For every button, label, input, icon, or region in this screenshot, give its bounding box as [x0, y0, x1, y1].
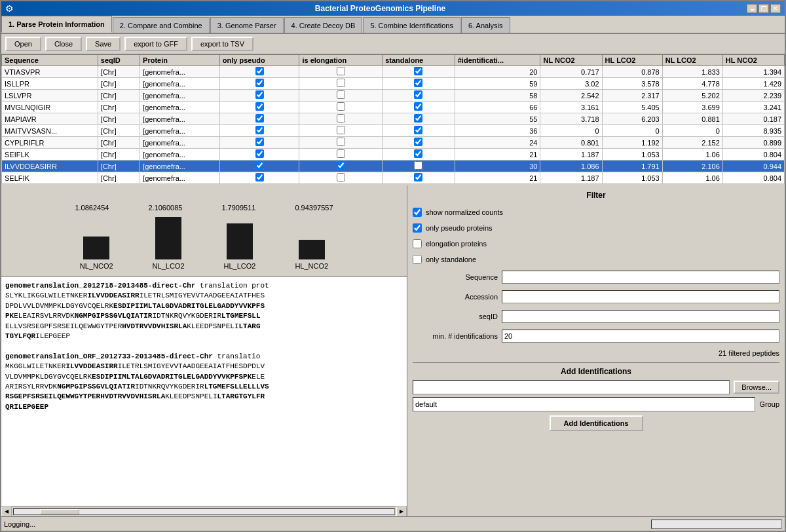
open-button[interactable]: Open: [5, 37, 41, 51]
cell-protein: [genomefra...: [140, 125, 220, 137]
cb-standalone[interactable]: [414, 149, 422, 158]
cb-only-pseudo[interactable]: [255, 67, 264, 75]
col-standalone[interactable]: standalone: [383, 55, 455, 66]
input-min-id[interactable]: [502, 330, 779, 343]
col-is-elongation[interactable]: is elongation: [299, 55, 383, 66]
cb-only-pseudo[interactable]: [255, 79, 264, 87]
col-nl-nco2[interactable]: NL NCO2: [540, 55, 602, 66]
save-button[interactable]: Save: [86, 37, 121, 51]
text-content[interactable]: genometranslation_2012718-2013485-direct…: [1, 277, 407, 506]
tab-analysis[interactable]: 6. Analysis: [461, 17, 510, 33]
horizontal-scrollbar[interactable]: ◀ ▶: [1, 506, 407, 516]
add-identifications-button[interactable]: Add Identifications: [550, 415, 643, 431]
col-sequence[interactable]: Sequence: [2, 55, 98, 66]
cb-is-elongation[interactable]: [337, 79, 345, 87]
cb-is-elongation[interactable]: [337, 67, 345, 75]
cell-nl-nco2: 3.161: [540, 102, 602, 113]
tab-genome-parser[interactable]: 3. Genome Parser: [210, 17, 284, 33]
cb-is-elongation[interactable]: [337, 149, 345, 158]
scroll-right-btn[interactable]: ▶: [396, 506, 407, 517]
cb-is-elongation[interactable]: [337, 114, 345, 123]
minimize-button[interactable]: 🗕: [747, 4, 757, 13]
browse-button[interactable]: Browse...: [734, 381, 779, 394]
cb-standalone[interactable]: [414, 90, 422, 99]
table-row[interactable]: CYPLRIFLR [Chr] [genomefra... 24 0.801 1…: [2, 137, 785, 149]
table-scroll[interactable]: Sequence seqID Protein only pseudo is el…: [1, 54, 785, 185]
cb-only-pseudo[interactable]: [255, 126, 264, 134]
input-seqid[interactable]: [502, 310, 779, 323]
cell-protein: [genomefra...: [140, 90, 220, 102]
cb-only-pseudo[interactable]: [255, 138, 264, 146]
maximize-button[interactable]: 🗖: [758, 4, 769, 13]
export-tsv-button[interactable]: export to TSV: [191, 37, 253, 51]
cb-standalone[interactable]: [414, 161, 422, 170]
cb-standalone[interactable]: [414, 138, 422, 146]
cb-only-pseudo[interactable]: [255, 102, 264, 111]
cell-nl-nco2: 1.086: [540, 161, 602, 172]
cb-standalone[interactable]: [414, 173, 422, 181]
checkbox-show-normalized[interactable]: [413, 208, 422, 217]
table-row[interactable]: SEIFLK [Chr] [genomefra... 21 1.187 1.05…: [2, 149, 785, 161]
status-scrollbar[interactable]: [651, 520, 782, 529]
close-button-toolbar[interactable]: Close: [45, 37, 82, 51]
cell-hl-nco2: 2.239: [722, 90, 784, 102]
table-row[interactable]: SELFIK [Chr] [genomefra... 21 1.187 1.05…: [2, 172, 785, 184]
tab-create-decoy[interactable]: 4. Create Decoy DB: [284, 17, 363, 33]
cell-count: 21: [455, 149, 540, 161]
table-row[interactable]: ILVVDDEASIRR [Chr] [genomefra... 30 1.08…: [2, 161, 785, 172]
cb-only-pseudo[interactable]: [255, 161, 264, 170]
cell-hl-nco2: 0.187: [722, 113, 784, 125]
export-gff-button[interactable]: export to GFF: [124, 37, 187, 51]
table-row[interactable]: MAPIAVR [Chr] [genomefra... 55 3.718 6.2…: [2, 113, 785, 125]
cb-is-elongation[interactable]: [337, 126, 345, 134]
col-protein[interactable]: Protein: [140, 55, 220, 66]
cell-hl-lco2: 1.192: [602, 137, 662, 149]
label-min-id: min. # identifications: [413, 332, 498, 340]
cb-standalone[interactable]: [414, 114, 422, 123]
cb-is-elongation[interactable]: [337, 173, 345, 181]
close-button[interactable]: ✕: [770, 4, 781, 13]
tab-compare-combine[interactable]: 2. Compare and Combine: [113, 17, 210, 33]
cb-standalone[interactable]: [414, 102, 422, 111]
cb-only-pseudo[interactable]: [255, 114, 264, 123]
checkbox-only-pseudo[interactable]: [413, 223, 422, 233]
input-file-path[interactable]: [413, 380, 730, 394]
table-row[interactable]: ISLLPR [Chr] [genomefra... 59 3.02 3.578…: [2, 78, 785, 90]
scroll-left-btn[interactable]: ◀: [1, 506, 12, 517]
cb-standalone[interactable]: [414, 79, 422, 87]
cb-only-pseudo[interactable]: [255, 149, 264, 158]
input-accession[interactable]: [502, 290, 779, 303]
table-row[interactable]: MVGLNQIGIR [Chr] [genomefra... 66 3.161 …: [2, 102, 785, 113]
h-scroll-thumb[interactable]: [40, 509, 79, 514]
tab-parse-protein[interactable]: 1. Parse Protein Information: [1, 16, 112, 33]
input-group[interactable]: [413, 397, 755, 411]
cb-is-elongation[interactable]: [337, 161, 345, 170]
table-row[interactable]: VTIASVPR [Chr] [genomefra... 20 0.717 0.…: [2, 66, 785, 78]
cell-nl-lco2: 1.06: [662, 149, 722, 161]
col-identifications[interactable]: #identificati...: [455, 55, 540, 66]
col-only-pseudo[interactable]: only pseudo: [219, 55, 299, 66]
cb-standalone[interactable]: [414, 126, 422, 134]
cb-is-elongation[interactable]: [337, 102, 345, 111]
checkbox-standalone[interactable]: [413, 255, 422, 264]
h-scroll-track[interactable]: [13, 508, 395, 515]
cb-is-elongation[interactable]: [337, 138, 345, 146]
cb-is-elongation[interactable]: [337, 90, 345, 99]
cb-standalone[interactable]: [414, 67, 422, 75]
tab-combine-id[interactable]: 5. Combine Identifications: [363, 17, 460, 33]
lower-section: 1.0862454 2.1060085 1.7909511 0.94397557…: [1, 185, 785, 516]
window-controls: 🗕 🗖 ✕: [747, 4, 781, 13]
checkbox-elongation[interactable]: [413, 239, 422, 248]
cb-only-pseudo[interactable]: [255, 90, 264, 99]
col-seqid[interactable]: seqID: [98, 55, 140, 66]
col-nl-lco2[interactable]: NL LCO2: [662, 55, 722, 66]
col-hl-lco2[interactable]: HL LCO2: [602, 55, 662, 66]
cell-is-elongation: [299, 113, 383, 125]
left-panel: 1.0862454 2.1060085 1.7909511 0.94397557…: [1, 185, 407, 516]
table-row[interactable]: LSLVPR [Chr] [genomefra... 58 2.542 2.31…: [2, 90, 785, 102]
cell-seqid: [Chr]: [98, 102, 140, 113]
table-row[interactable]: MAITVVSASN... [Chr] [genomefra... 36 0 0…: [2, 125, 785, 137]
cb-only-pseudo[interactable]: [255, 173, 264, 181]
input-sequence[interactable]: [502, 271, 779, 284]
col-hl-nco2[interactable]: HL NCO2: [722, 55, 784, 66]
